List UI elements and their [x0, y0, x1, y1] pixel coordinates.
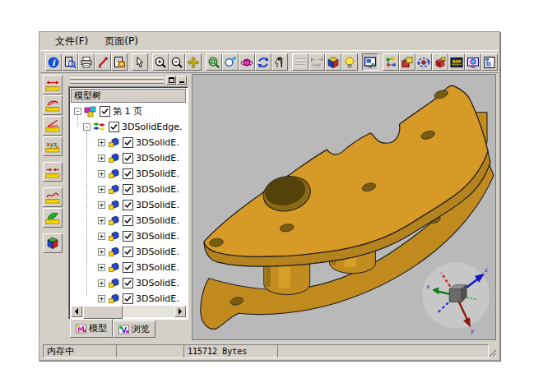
scroll-left-button[interactable]: [71, 306, 82, 317]
menu-file[interactable]: 文件(F): [50, 33, 93, 50]
checkbox[interactable]: [123, 215, 133, 226]
part-icon: [108, 200, 120, 210]
tree-row-part[interactable]: +3DSolidE.: [71, 197, 186, 213]
tree-row-part[interactable]: +3DSolidE.: [71, 135, 186, 150]
dynamic-rotate-button[interactable]: [239, 53, 255, 71]
tree-view-button[interactable]: [481, 53, 498, 71]
measure-volume-icon: [45, 236, 60, 251]
measure-angle-button[interactable]: [43, 116, 63, 136]
assembly-tree-button[interactable]: [383, 53, 399, 71]
expand-icon[interactable]: +: [98, 186, 105, 193]
pan-hand-button[interactable]: [272, 53, 288, 71]
panel-grip[interactable]: [70, 76, 187, 85]
convert-button[interactable]: [399, 53, 415, 71]
page-icon: [84, 106, 97, 118]
tree-row-page[interactable]: - 第 1 页: [71, 104, 186, 119]
light-button[interactable]: [341, 53, 358, 71]
panel-minimize-button[interactable]: [177, 76, 187, 85]
tree-view-icon: [483, 56, 496, 69]
layers-button[interactable]: [292, 53, 309, 71]
scrollbar-thumb[interactable]: [83, 306, 123, 319]
preview-window-button[interactable]: [465, 53, 481, 71]
checkbox[interactable]: [123, 231, 133, 242]
zoom-in-button[interactable]: [152, 53, 169, 71]
refresh-button[interactable]: [255, 53, 272, 71]
checkbox[interactable]: [123, 153, 133, 164]
resize-grip[interactable]: [487, 348, 498, 358]
pan-zoom-button[interactable]: [185, 53, 202, 71]
tree-row-part[interactable]: +3DSolidE.: [71, 228, 186, 244]
tree-row-part[interactable]: +3DSolidE.: [71, 275, 186, 291]
expand-icon[interactable]: +: [98, 139, 105, 146]
expand-icon[interactable]: +: [98, 170, 105, 178]
select-cursor-button[interactable]: [132, 53, 148, 71]
tree-row-assembly[interactable]: - 3DSolidEdge.: [71, 119, 186, 135]
measure-volume-button[interactable]: [43, 233, 63, 253]
checkbox[interactable]: [123, 168, 133, 179]
dimension-format-button[interactable]: FMT: [309, 53, 325, 71]
expand-icon[interactable]: +: [98, 201, 105, 209]
zoom-out-button[interactable]: [169, 53, 185, 71]
scroll-right-button[interactable]: [174, 306, 186, 317]
checkbox[interactable]: [123, 247, 133, 257]
expand-icon[interactable]: +: [98, 217, 105, 224]
status-memory: 内存中: [43, 344, 117, 358]
viewport-3d[interactable]: z y x: [192, 74, 496, 340]
expand-icon[interactable]: +: [98, 264, 105, 271]
measure-radius-button[interactable]: [43, 95, 63, 115]
expand-icon[interactable]: +: [98, 279, 105, 287]
part-icon: [108, 262, 120, 273]
tree-item-label: 3DSolidE.: [136, 215, 179, 226]
assembly-icon: [93, 122, 106, 133]
status-bar: 内存中 115712 Bytes: [40, 342, 499, 359]
dynamic-zoom-button[interactable]: [222, 53, 239, 71]
expand-icon[interactable]: +: [98, 233, 105, 240]
info-button[interactable]: i: [45, 53, 62, 71]
tree-row-part[interactable]: +3DSolidE.: [71, 166, 186, 182]
export-button[interactable]: [111, 53, 128, 71]
measure-coordinate-button[interactable]: xyz: [43, 136, 63, 156]
panel-float-button[interactable]: [166, 76, 176, 85]
checkbox[interactable]: [123, 184, 133, 195]
tree-row-part[interactable]: +3DSolidE.: [71, 260, 186, 275]
tab-browse[interactable]: V 浏览: [113, 321, 155, 338]
checkbox[interactable]: [123, 293, 133, 304]
tree-row-part[interactable]: +3DSolidE.: [71, 150, 186, 166]
render-cube-button[interactable]: [325, 53, 341, 71]
collapse-icon[interactable]: -: [83, 123, 90, 131]
tree-row-part[interactable]: +3DSolidE.: [71, 244, 186, 260]
tree-row-part[interactable]: +3DSolidE.: [71, 182, 186, 197]
checkbox[interactable]: [100, 106, 110, 117]
tree-item-label: 3DSolidE.: [136, 137, 179, 148]
menu-page[interactable]: 页面(P): [100, 33, 143, 50]
checkbox[interactable]: [109, 122, 119, 132]
print-preview-button[interactable]: [62, 53, 78, 71]
update-view-button[interactable]: [415, 53, 432, 71]
light-icon: [343, 56, 356, 69]
expand-icon[interactable]: +: [98, 154, 105, 162]
measure-toolbar: xyz: [42, 75, 65, 341]
redline-button[interactable]: [95, 53, 111, 71]
print-button[interactable]: [78, 53, 95, 71]
tree-item-label: 3DSolidE.: [136, 231, 179, 242]
measure-distance-button[interactable]: [43, 162, 63, 182]
expand-icon[interactable]: +: [98, 295, 105, 302]
measure-curve-button[interactable]: [43, 187, 63, 207]
tree-row-part[interactable]: +3DSolidE.: [71, 291, 186, 305]
solid-blocks-button[interactable]: [432, 53, 448, 71]
tree-row-part[interactable]: +3DSolidE.: [71, 213, 186, 228]
checkbox[interactable]: [123, 278, 133, 288]
checkbox[interactable]: [123, 137, 133, 148]
checkbox[interactable]: [123, 200, 133, 210]
checkbox[interactable]: [123, 262, 133, 273]
expand-icon[interactable]: +: [98, 248, 105, 256]
bom-button[interactable]: BOM: [448, 53, 465, 71]
collapse-icon[interactable]: -: [74, 108, 81, 115]
zoom-window-button[interactable]: [206, 53, 222, 71]
viewport-window-button[interactable]: [362, 53, 378, 71]
tree-hscrollbar[interactable]: [71, 306, 186, 317]
measure-distance-icon: [45, 164, 60, 179]
measure-area-button[interactable]: [43, 208, 63, 228]
measure-length-button[interactable]: [43, 75, 63, 95]
tab-model[interactable]: M 模型: [70, 319, 113, 338]
